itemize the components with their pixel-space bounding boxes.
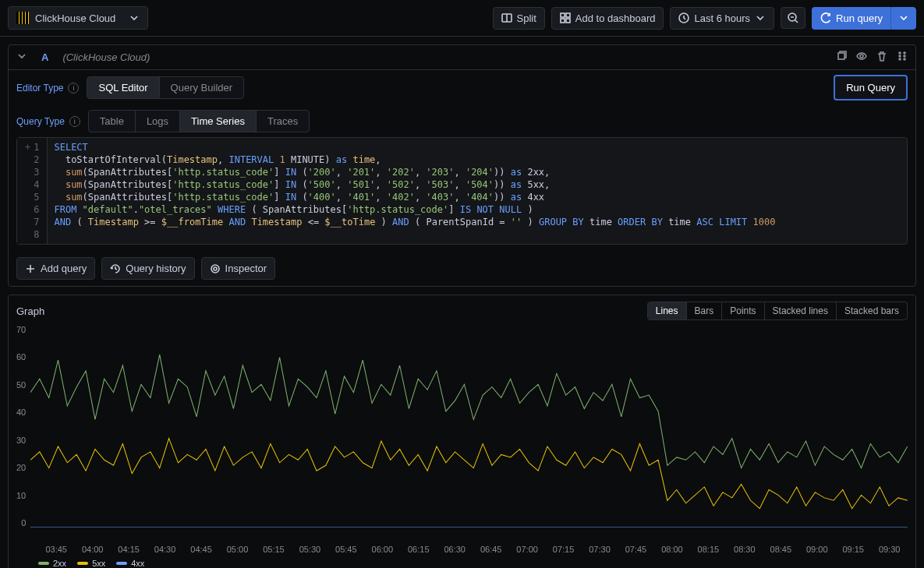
add-query-button[interactable]: Add query [16, 257, 95, 280]
svg-rect-1 [561, 13, 565, 17]
copy-icon [836, 51, 847, 62]
chevron-down-icon [16, 51, 27, 62]
plus-icon [25, 263, 36, 274]
chart-plot[interactable] [30, 325, 908, 527]
svg-point-15 [211, 265, 219, 273]
legend-item[interactable]: 2xx [38, 559, 66, 568]
top-toolbar: ClickHouse Cloud Split Add to dashboard … [0, 0, 924, 37]
tab-query-builder[interactable]: Query Builder [160, 77, 243, 98]
svg-rect-2 [566, 13, 570, 17]
add-to-dashboard-button[interactable]: Add to dashboard [551, 7, 664, 30]
chart-legend: 2xx5xx4xx [16, 554, 908, 568]
history-icon [110, 263, 121, 274]
svg-point-16 [214, 267, 217, 270]
run-query-split-button: Run query [812, 7, 916, 30]
graph-title: Graph [16, 305, 44, 317]
sql-code[interactable]: SELECT toStartOfInterval(Timestamp, INTE… [48, 138, 781, 244]
svg-point-14 [904, 58, 905, 60]
query-type-label: Query Type i [16, 116, 80, 127]
line-gutter: +12345678 [17, 138, 48, 244]
grid-icon [560, 12, 571, 23]
tab-sql-editor[interactable]: SQL Editor [87, 77, 159, 98]
run-query-dropdown[interactable] [891, 7, 916, 30]
svg-point-9 [899, 52, 901, 54]
inspector-button[interactable]: Inspector [201, 257, 275, 280]
editor-type-label: Editor Type i [16, 83, 79, 93]
tab-logs[interactable]: Logs [136, 111, 180, 132]
grip-icon [897, 51, 908, 62]
sql-editor[interactable]: +12345678 SELECT toStartOfInterval(Times… [16, 137, 908, 245]
query-actions: Add query Query history Inspector [9, 251, 915, 286]
inspector-icon [210, 263, 221, 274]
drag-handle[interactable] [897, 51, 908, 64]
delete-button[interactable] [876, 51, 887, 64]
query-type-tabs: Table Logs Time Series Traces [88, 110, 310, 132]
query-title: (ClickHouse Cloud) [62, 51, 150, 63]
chevron-down-icon [129, 12, 140, 23]
viz-tab-stacked-lines[interactable]: Stacked lines [765, 302, 837, 319]
datasource-name: ClickHouse Cloud [35, 12, 115, 24]
chart-area: 706050403020100 [16, 325, 908, 543]
clickhouse-logo-icon [16, 12, 29, 24]
run-query-button[interactable]: Run query [812, 7, 891, 30]
tab-time-series[interactable]: Time Series [180, 111, 257, 132]
viz-tab-points[interactable]: Points [722, 302, 764, 319]
editor-type-tabs: SQL Editor Query Builder [87, 76, 244, 99]
query-header: A (ClickHouse Cloud) [9, 45, 915, 70]
legend-item[interactable]: 5xx [77, 559, 105, 568]
svg-rect-4 [566, 19, 570, 23]
zoom-out-button[interactable] [781, 7, 805, 29]
y-axis: 706050403020100 [16, 325, 30, 527]
zoom-out-icon [788, 12, 798, 23]
viz-tab-stacked-bars[interactable]: Stacked bars [837, 302, 907, 319]
info-icon[interactable]: i [68, 83, 79, 93]
refresh-icon [820, 12, 831, 23]
graph-header: Graph Lines Bars Points Stacked lines St… [16, 302, 908, 320]
datasource-picker[interactable]: ClickHouse Cloud [8, 6, 148, 30]
svg-point-8 [860, 55, 863, 58]
copy-button[interactable] [836, 51, 847, 64]
svg-point-11 [899, 55, 901, 57]
viz-type-tabs: Lines Bars Points Stacked lines Stacked … [647, 302, 908, 320]
graph-panel: Graph Lines Bars Points Stacked lines St… [8, 295, 916, 568]
x-axis: 03:4504:0004:1504:3004:4505:0005:1505:30… [16, 545, 908, 554]
viz-tab-bars[interactable]: Bars [687, 302, 723, 319]
editor-type-row: Editor Type i SQL Editor Query Builder R… [9, 70, 915, 105]
run-query-inline-button[interactable]: Run Query [834, 75, 908, 101]
time-range-picker[interactable]: Last 6 hours [670, 7, 774, 30]
viz-tab-lines[interactable]: Lines [648, 302, 687, 319]
query-panel: A (ClickHouse Cloud) Editor Type i SQL E… [8, 44, 916, 287]
tab-traces[interactable]: Traces [257, 111, 309, 132]
tab-table[interactable]: Table [89, 111, 136, 132]
info-icon[interactable]: i [69, 116, 80, 127]
query-letter[interactable]: A [35, 50, 55, 65]
split-icon [501, 12, 512, 23]
collapse-toggle[interactable] [16, 51, 27, 64]
chevron-down-icon [755, 12, 766, 23]
eye-icon [856, 51, 867, 62]
svg-point-10 [904, 52, 905, 54]
svg-rect-3 [561, 19, 565, 23]
split-button[interactable]: Split [493, 7, 545, 30]
query-header-actions [836, 51, 908, 64]
toggle-visibility-button[interactable] [856, 51, 867, 64]
trash-icon [876, 51, 887, 62]
query-type-row: Query Type i Table Logs Time Series Trac… [9, 105, 915, 137]
query-history-button[interactable]: Query history [101, 257, 194, 280]
svg-point-13 [899, 58, 901, 60]
svg-point-12 [904, 55, 905, 57]
clock-icon [678, 12, 689, 23]
legend-item[interactable]: 4xx [116, 559, 144, 568]
toolbar-right: Split Add to dashboard Last 6 hours Run … [493, 7, 916, 30]
svg-rect-7 [838, 53, 844, 59]
chevron-down-icon [898, 12, 909, 23]
